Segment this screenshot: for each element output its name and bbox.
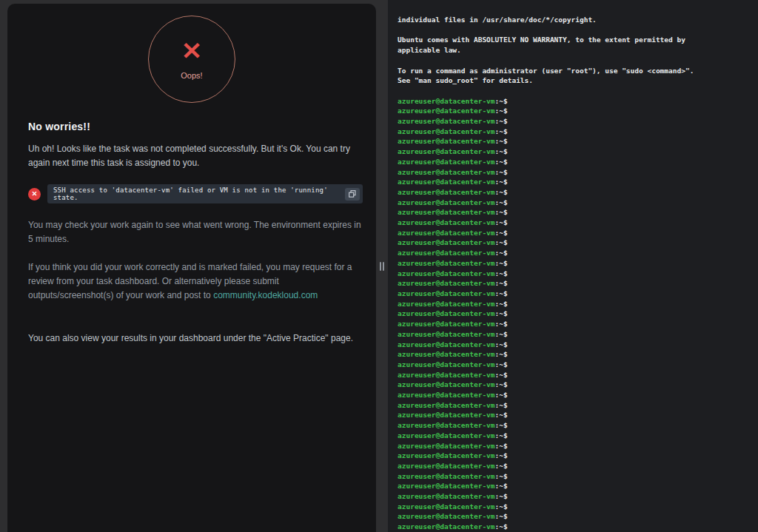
terminal-prompt-line: azureuser@datacenter-vm:~$ xyxy=(398,410,754,420)
terminal-prompt-line: azureuser@datacenter-vm:~$ xyxy=(398,420,754,431)
terminal-prompt-line: azureuser@datacenter-vm:~$ xyxy=(398,360,754,370)
terminal-prompt-line: azureuser@datacenter-vm:~$ xyxy=(398,309,754,319)
terminal-prompt-line: azureuser@datacenter-vm:~$ xyxy=(398,136,754,147)
terminal-output-line xyxy=(398,86,754,96)
copy-button[interactable] xyxy=(345,188,360,201)
terminal-prompt-line: azureuser@datacenter-vm:~$ xyxy=(398,431,754,441)
terminal-prompt-line: azureuser@datacenter-vm:~$ xyxy=(398,370,754,380)
intro-text: Uh oh! Looks like the task was not compl… xyxy=(28,142,363,169)
terminal-prompt-line: azureuser@datacenter-vm:~$ xyxy=(398,228,754,238)
terminal-prompt-line: azureuser@datacenter-vm:~$ xyxy=(398,400,754,411)
error-message-bar: SSH access to 'datacenter-vm' failed or … xyxy=(47,184,363,203)
error-message-text: SSH access to 'datacenter-vm' failed or … xyxy=(53,186,345,201)
terminal-prompt-line: azureuser@datacenter-vm:~$ xyxy=(398,502,754,512)
terminal-prompt-line: azureuser@datacenter-vm:~$ xyxy=(398,177,754,187)
grip-icon xyxy=(380,262,384,271)
terminal-prompt-line: azureuser@datacenter-vm:~$ xyxy=(398,390,754,400)
terminal-prompt-line: azureuser@datacenter-vm:~$ xyxy=(398,491,754,502)
terminal-prompt-line: azureuser@datacenter-vm:~$ xyxy=(398,147,754,157)
terminal-prompt-line: azureuser@datacenter-vm:~$ xyxy=(398,258,754,269)
terminal-prompt-line: azureuser@datacenter-vm:~$ xyxy=(398,238,754,248)
terminal-output-line: applicable law. xyxy=(398,45,754,55)
error-message-row: ✕ SSH access to 'datacenter-vm' failed o… xyxy=(28,184,363,203)
oops-label: Oops! xyxy=(181,71,202,80)
terminal-output-line: See "man sudo_root" for details. xyxy=(398,75,754,86)
page-title: No worries!! xyxy=(28,121,355,132)
copy-icon xyxy=(349,190,356,198)
terminal-prompt-line: azureuser@datacenter-vm:~$ xyxy=(398,187,754,198)
terminal-prompt-line: azureuser@datacenter-vm:~$ xyxy=(398,127,754,137)
terminal-prompt-line: azureuser@datacenter-vm:~$ xyxy=(398,461,754,471)
error-x-icon: ✕ xyxy=(181,39,203,63)
terminal-prompt-line: azureuser@datacenter-vm:~$ xyxy=(398,511,754,522)
error-badge-icon: ✕ xyxy=(28,188,41,201)
task-result-panel: ✕ Oops! No worries!! Uh oh! Looks like t… xyxy=(7,4,376,532)
terminal-prompt-line: azureuser@datacenter-vm:~$ xyxy=(398,481,754,491)
terminal-prompt-line: azureuser@datacenter-vm:~$ xyxy=(398,207,754,218)
terminal-output-line: Ubuntu comes with ABSOLUTELY NO WARRANTY… xyxy=(398,35,754,45)
terminal-output-line xyxy=(398,25,754,36)
check-work-text: You may check your work again to see wha… xyxy=(28,218,363,246)
terminal-output-line: individual files in /usr/share/doc/*/cop… xyxy=(398,15,754,25)
terminal-panel[interactable]: individual files in /usr/share/doc/*/cop… xyxy=(388,0,758,532)
terminal-prompt-line: azureuser@datacenter-vm:~$ xyxy=(398,471,754,482)
terminal-prompt-line: azureuser@datacenter-vm:~$ xyxy=(398,116,754,127)
terminal-prompt-line: azureuser@datacenter-vm:~$ xyxy=(398,218,754,228)
terminal-prompt-line: azureuser@datacenter-vm:~$ xyxy=(398,167,754,178)
terminal-prompt-line: azureuser@datacenter-vm:~$ xyxy=(398,340,754,350)
terminal-output-line xyxy=(398,55,754,66)
review-text: If you think you did your work correctly… xyxy=(28,260,363,302)
terminal-prompt-line: azureuser@datacenter-vm:~$ xyxy=(398,248,754,258)
panel-resize-handle[interactable] xyxy=(376,0,388,532)
terminal-prompt-line: azureuser@datacenter-vm:~$ xyxy=(398,349,754,360)
terminal-prompt-line: azureuser@datacenter-vm:~$ xyxy=(398,96,754,107)
terminal-prompt-line: azureuser@datacenter-vm:~$ xyxy=(398,198,754,208)
terminal-prompt-line: azureuser@datacenter-vm:~$ xyxy=(398,299,754,309)
terminal-prompt-line: azureuser@datacenter-vm:~$ xyxy=(398,106,754,116)
terminal-prompt-line: azureuser@datacenter-vm:~$ xyxy=(398,157,754,167)
terminal-prompt-line: azureuser@datacenter-vm:~$ xyxy=(398,380,754,390)
oops-circle-wrap: ✕ Oops! xyxy=(28,16,355,103)
terminal-output: individual files in /usr/share/doc/*/cop… xyxy=(398,15,754,532)
terminal-prompt-line: azureuser@datacenter-vm:~$ xyxy=(398,319,754,329)
oops-circle: ✕ Oops! xyxy=(148,16,235,103)
community-link[interactable]: community.kodekloud.com xyxy=(213,290,318,300)
terminal-prompt-line: azureuser@datacenter-vm:~$ xyxy=(398,329,754,340)
terminal-prompt-line: azureuser@datacenter-vm:~$ xyxy=(398,278,754,289)
terminal-prompt-line: azureuser@datacenter-vm:~$ xyxy=(398,269,754,279)
terminal-output-line: To run a command as administrator (user … xyxy=(398,66,754,76)
terminal-prompt-line: azureuser@datacenter-vm:~$ xyxy=(398,441,754,451)
terminal-prompt-line: azureuser@datacenter-vm:~$ xyxy=(398,522,754,532)
terminal-prompt-line: azureuser@datacenter-vm:~$ xyxy=(398,451,754,461)
results-hint-text: You can also view your results in your d… xyxy=(28,331,363,346)
terminal-prompt-line: azureuser@datacenter-vm:~$ xyxy=(398,289,754,299)
